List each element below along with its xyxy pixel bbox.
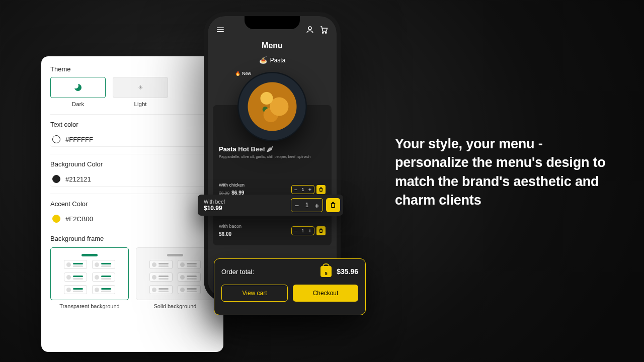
frame-heading: Background frame [50,235,214,242]
swatch-white [52,135,60,143]
frame-option-solid[interactable] [136,247,214,300]
variant-price: $6.00 [219,231,231,237]
order-total-label: Order total: [221,268,254,276]
sun-icon: ☀ [138,84,143,91]
theme-settings-panel: Theme Dark ☀ Light Text color #FFFFFF Ba… [41,56,223,352]
menu-title: Menu [208,41,337,50]
account-icon[interactable] [305,25,314,34]
theme-heading: Theme [50,65,214,73]
frame-caption-solid: Solid background [153,303,196,309]
phone-notch [245,16,300,29]
theme-option-light[interactable]: ☀ [113,77,168,98]
qty-plus[interactable]: + [306,186,314,194]
accent-color-label: Accent Color [50,200,214,208]
variant-name: With chicken [219,183,245,188]
text-color-field[interactable]: #FFFFFF [50,132,214,147]
text-color-label: Text color [50,121,214,128]
frame-caption-transparent: Transparent background [59,303,119,309]
hamburger-icon[interactable] [216,25,225,34]
accent-color-field[interactable]: #F2CB00 [50,212,214,226]
qty-value: 1 [300,228,306,233]
variant-price: $10.99 [204,205,225,212]
order-summary: Order total: 5 $35.96 View cart Checkout [214,258,366,315]
fire-icon: 🔥 [235,71,240,76]
svg-point-3 [308,27,311,30]
add-cart-icon[interactable] [316,185,326,194]
order-total-value: $35.96 [337,267,358,276]
dish-image [237,72,307,141]
bg-color-value: #212121 [65,175,91,183]
bg-color-field[interactable]: #212121 [50,172,214,187]
order-bag-icon: 5 [320,266,332,277]
qty-plus[interactable]: + [306,227,314,235]
frame-option-transparent[interactable] [50,247,129,300]
svg-point-5 [326,32,327,33]
qty-plus[interactable]: + [311,199,323,212]
view-cart-button[interactable]: View cart [221,285,288,302]
checkout-button[interactable]: Checkout [293,285,358,302]
pasta-emoji-icon: 🍝 [259,56,267,64]
swatch-accent [52,215,60,223]
dish-name: Pasta Hot Beef 🌶 [219,145,326,153]
svg-point-4 [323,32,324,33]
order-bag-count: 5 [325,271,328,276]
variant-row: With bacon $6.00 − 1 + [219,221,326,240]
text-color-value: #FFFFFF [65,136,93,143]
accent-color-value: #F2CB00 [65,215,93,223]
theme-caption-light: Light [134,101,147,107]
add-cart-icon[interactable] [326,198,340,212]
bg-color-label: Background Color [50,160,214,168]
qty-stepper[interactable]: − 1 + [291,226,314,235]
swatch-dark [52,175,60,183]
qty-stepper[interactable]: − 1 + [291,198,323,212]
qty-minus[interactable]: − [292,186,300,194]
new-badge: 🔥 New [235,71,251,76]
variant-name: With beef [204,199,225,205]
qty-minus[interactable]: − [291,199,302,212]
variant-name: With bacon [219,224,242,229]
moon-icon [74,84,82,91]
marketing-headline: Your style, your menu - personalize the … [395,135,606,210]
variant-float-beef: With beef $10.99 − 1 + [198,195,343,216]
cart-icon[interactable] [319,25,329,34]
qty-value: 1 [300,187,306,192]
theme-option-dark[interactable] [50,77,106,98]
qty-minus[interactable]: − [292,227,300,235]
theme-caption-dark: Dark [72,101,84,107]
new-badge-text: New [242,71,251,76]
qty-stepper[interactable]: − 1 + [291,185,314,194]
qty-value: 1 [302,202,311,209]
dish-description: Pappardelle, olive oil, garlic, chili pe… [219,154,326,159]
add-cart-icon[interactable] [316,226,326,235]
menu-category[interactable]: 🍝 Pasta [208,56,337,64]
menu-category-label: Pasta [270,57,286,64]
